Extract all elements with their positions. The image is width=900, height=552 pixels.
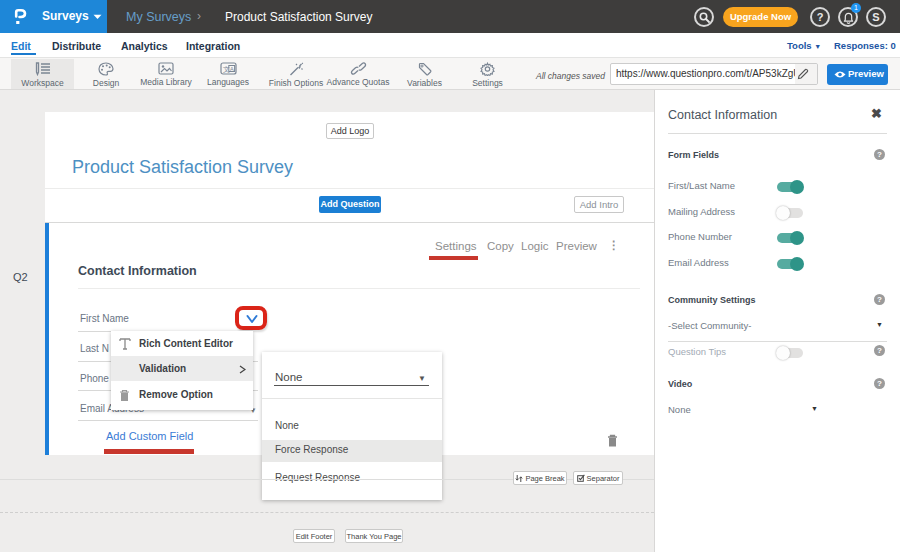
svg-text:A: A (230, 66, 234, 72)
